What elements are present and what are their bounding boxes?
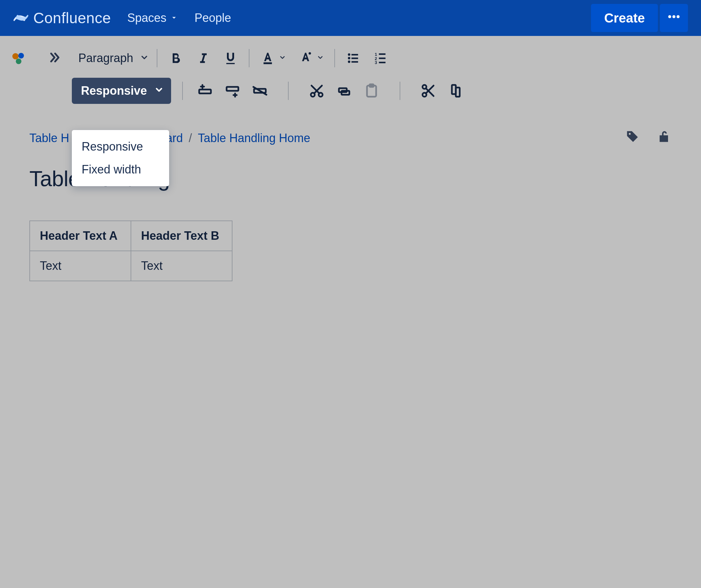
paragraph-style-dropdown[interactable]: Paragraph xyxy=(72,51,156,65)
chevron-down-icon xyxy=(317,54,324,62)
toolbar-separator xyxy=(182,82,183,100)
more-formatting-icon xyxy=(298,50,313,66)
svg-rect-21 xyxy=(227,87,238,91)
insert-row-after-icon[interactable] xyxy=(225,83,240,99)
chevron-down-icon xyxy=(170,11,178,25)
product-name: Confluence xyxy=(33,9,111,27)
svg-point-4 xyxy=(18,53,24,58)
dropdown-option-responsive[interactable]: Responsive xyxy=(72,135,169,158)
svg-point-33 xyxy=(629,133,631,135)
svg-point-10 xyxy=(348,57,350,59)
svg-rect-11 xyxy=(352,57,358,59)
chevron-down-icon xyxy=(140,51,149,65)
svg-point-3 xyxy=(12,53,19,59)
bullet-list-icon[interactable] xyxy=(345,50,361,66)
svg-rect-13 xyxy=(352,61,358,63)
svg-point-2 xyxy=(677,15,679,18)
nav-spaces[interactable]: Spaces xyxy=(127,11,178,25)
svg-rect-17 xyxy=(379,57,386,59)
paste-row-icon[interactable] xyxy=(364,83,380,99)
svg-text:3: 3 xyxy=(375,60,377,65)
table-header-cell[interactable]: Header Text B xyxy=(131,221,232,251)
svg-rect-6 xyxy=(263,62,272,64)
underline-icon[interactable] xyxy=(223,50,238,66)
table-width-mode-button[interactable]: Responsive xyxy=(72,78,171,104)
breadcrumb-item[interactable]: Table H xyxy=(29,131,69,145)
more-menu-button[interactable] xyxy=(660,4,688,32)
paragraph-style-label: Paragraph xyxy=(78,51,133,65)
table-header-row: Header Text A Header Text B xyxy=(30,221,232,251)
table-width-mode-dropdown: Responsive Fixed width xyxy=(72,130,169,186)
svg-point-7 xyxy=(308,52,311,54)
product-logo[interactable]: Confluence xyxy=(13,9,111,27)
text-color-button[interactable] xyxy=(260,50,286,66)
table-cell[interactable]: Text xyxy=(30,251,131,281)
chevron-down-icon xyxy=(279,54,286,62)
nav-people-label: People xyxy=(195,11,231,25)
cut-column-icon[interactable] xyxy=(421,83,436,99)
bold-icon[interactable] xyxy=(168,50,184,66)
table-header-cell[interactable]: Header Text A xyxy=(30,221,131,251)
svg-rect-20 xyxy=(199,89,211,93)
chevron-down-icon xyxy=(154,84,164,98)
svg-point-12 xyxy=(348,60,350,63)
svg-rect-9 xyxy=(352,54,358,55)
table-width-mode-label: Responsive xyxy=(81,84,147,98)
space-avatar-icon[interactable] xyxy=(11,51,26,66)
confluence-icon xyxy=(13,10,29,26)
create-button-label: Create xyxy=(604,11,645,25)
toolbar-separator xyxy=(157,49,157,67)
cut-row-icon[interactable] xyxy=(309,83,324,99)
nav-spaces-label: Spaces xyxy=(127,11,167,25)
italic-icon[interactable] xyxy=(195,50,211,66)
copy-row-icon[interactable] xyxy=(336,83,352,99)
insert-row-before-icon[interactable] xyxy=(197,83,213,99)
numbered-list-icon[interactable]: 123 xyxy=(373,50,389,66)
delete-row-icon[interactable] xyxy=(252,83,268,99)
nav-people[interactable]: People xyxy=(195,11,231,25)
top-navigation: Confluence Spaces People Create xyxy=(0,0,701,36)
toolbar-separator xyxy=(334,49,335,67)
copy-column-icon[interactable] xyxy=(448,83,464,99)
text-color-icon xyxy=(260,50,276,66)
breadcrumb-separator: / xyxy=(189,131,192,145)
text-more-format-button[interactable] xyxy=(298,50,324,66)
more-horizontal-icon xyxy=(667,9,681,27)
svg-point-0 xyxy=(668,15,671,18)
create-button[interactable]: Create xyxy=(591,4,658,32)
editor-region: Paragraph xyxy=(0,36,701,588)
svg-rect-15 xyxy=(379,53,386,55)
toolbar-separator xyxy=(288,82,289,100)
labels-icon[interactable] xyxy=(625,129,640,147)
editor-toolbar: Paragraph xyxy=(0,36,701,107)
toolbar-separator xyxy=(400,82,400,100)
table-row: Text Text xyxy=(30,251,232,281)
svg-rect-28 xyxy=(370,84,374,87)
svg-point-1 xyxy=(672,15,675,18)
svg-rect-19 xyxy=(379,62,386,63)
svg-point-8 xyxy=(348,53,350,55)
dropdown-option-fixed-width[interactable]: Fixed width xyxy=(72,158,169,181)
svg-point-5 xyxy=(16,58,21,64)
expand-sidebar-icon[interactable] xyxy=(48,51,61,66)
breadcrumb-item[interactable]: Table Handling Home xyxy=(198,131,310,145)
toolbar-separator xyxy=(249,49,249,67)
svg-rect-32 xyxy=(456,87,460,97)
table-cell[interactable]: Text xyxy=(131,251,232,281)
content-table[interactable]: Header Text A Header Text B Text Text xyxy=(29,220,232,281)
restrictions-unlocked-icon[interactable] xyxy=(657,129,672,147)
